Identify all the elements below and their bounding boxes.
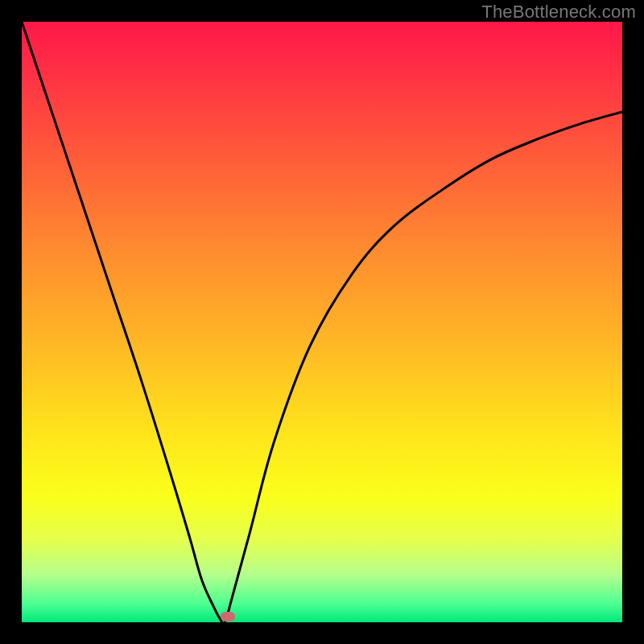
optimal-point-marker [221,612,235,621]
chart-frame: TheBottleneck.com [0,0,644,644]
curve-svg [22,22,622,622]
bottleneck-curve [22,22,622,622]
plot-area [22,22,622,622]
watermark-text: TheBottleneck.com [481,2,636,23]
